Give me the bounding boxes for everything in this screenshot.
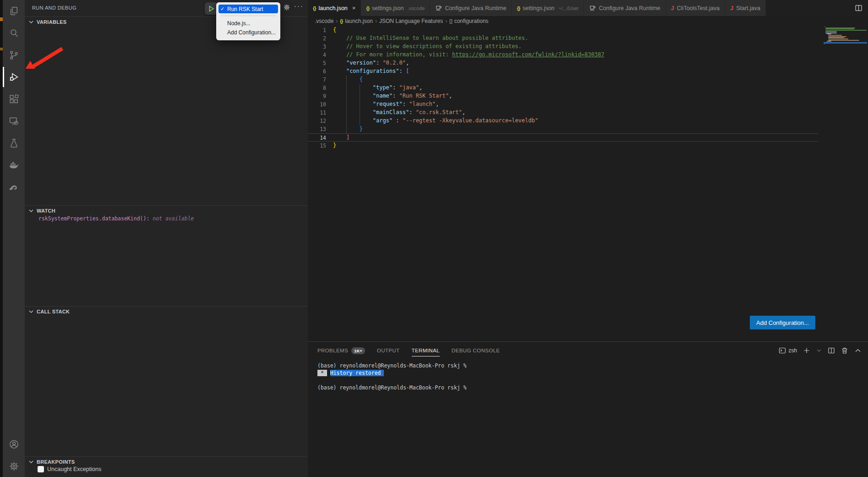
accounts-icon[interactable] (3, 433, 25, 455)
minimap-line (824, 44, 824, 44)
tab-clitoolstest-java[interactable]: JCliToolsTest.java (666, 0, 725, 16)
panel-tab-debug-console[interactable]: DEBUG CONSOLE (452, 342, 500, 359)
tab-settings-json[interactable]: {}settings.json.vscode (361, 0, 430, 16)
search-icon[interactable] (3, 22, 25, 44)
minimap-line (825, 30, 867, 31)
new-terminal-icon[interactable] (803, 347, 810, 354)
breadcrumb-item[interactable]: launch.json (345, 18, 373, 24)
tab-label: launch.json (319, 5, 348, 11)
menu-item-add-configuration-[interactable]: Add Configuration... (216, 28, 280, 37)
panel-tab-terminal[interactable]: TERMINAL (412, 342, 440, 359)
code-line[interactable]: 6 "configurations": [ (308, 67, 819, 76)
tab-label: Configure Java Runtime (599, 5, 660, 11)
launch-config-gear-icon[interactable] (283, 4, 292, 13)
code-line[interactable]: 15} (308, 142, 819, 150)
tab-configure-java-runtime[interactable]: Configure Java Runtime (430, 0, 512, 16)
breadcrumb-separator: › (375, 18, 377, 24)
minimap-line (825, 27, 855, 28)
line-number: 14 (308, 134, 326, 141)
add-configuration-button[interactable]: Add Configuration... (750, 316, 815, 329)
code-line[interactable]: 14 ] (308, 133, 819, 142)
code-line[interactable]: 11 "mainClass": "co.rsk.Start", (308, 109, 819, 117)
code-line[interactable]: 4 // For more information, visit: https:… (308, 51, 819, 59)
close-icon[interactable]: × (352, 5, 356, 11)
code-text: "version": "0.2.0", (333, 59, 409, 67)
json-icon: {} (313, 5, 316, 11)
line-number: 9 (308, 92, 326, 100)
source-control-icon[interactable] (3, 44, 25, 66)
code-line[interactable]: 1{ (308, 26, 819, 34)
code-line[interactable]: 9 "name": "Run RSK Start", (308, 92, 819, 100)
line-number: 8 (308, 84, 326, 92)
breadcrumb-item[interactable]: JSON Language Features (379, 18, 443, 24)
code-line[interactable]: 5 "version": "0.2.0", (308, 59, 819, 67)
explorer-icon[interactable] (3, 0, 25, 22)
code-line[interactable]: 2 // Use IntelliSense to learn about pos… (308, 34, 819, 43)
minimap[interactable] (824, 26, 867, 54)
vscode-window: RUN AND DEBUG ··· VARIABLES WATCH rskSys… (0, 0, 868, 477)
menu-item-node-js-[interactable]: Node.js... (216, 19, 280, 27)
breadcrumb-item[interactable]: configurations (454, 18, 489, 24)
kill-terminal-trash-icon[interactable] (841, 347, 848, 354)
shell-label: zsh (788, 347, 797, 354)
launch-configuration-menu: ✓Run RSK StartNode.js...Add Configuratio… (216, 2, 280, 40)
terminal-dropdown-chevron-icon[interactable] (816, 348, 822, 353)
code-line[interactable]: 3 // Hover to view descriptions of exist… (308, 43, 819, 51)
uncaught-exceptions-checkbox[interactable] (38, 466, 44, 472)
tab-launch-json[interactable]: {}launch.json× (308, 0, 361, 16)
java-file-icon: J (730, 5, 733, 11)
indent-guide (360, 84, 360, 125)
tab-start-java[interactable]: JStart.java (725, 0, 766, 16)
breadcrumb-item[interactable]: .vscode (315, 18, 333, 24)
tab-detail: .vscode (407, 5, 425, 11)
tab-configure-java-runtime[interactable]: Configure Java Runtime (584, 0, 666, 16)
code-line[interactable]: 7 { (308, 76, 819, 84)
watch-expression-row[interactable]: rskSystemProperties.databaseKind(): not … (38, 215, 194, 222)
minimap-line (825, 33, 837, 33)
gradle-icon[interactable] (3, 176, 25, 198)
views-more-actions-icon[interactable]: ··· (294, 2, 304, 10)
terminal-output[interactable]: (base) reynoldmorel@Reynolds-MacBook-Pro… (308, 359, 868, 391)
panel-tab-problems[interactable]: PROBLEMS1K+ (317, 342, 365, 359)
line-number: 1 (308, 26, 326, 34)
chevron-down-icon (27, 458, 35, 466)
line-number: 3 (308, 43, 326, 51)
run-and-debug-icon[interactable] (3, 66, 25, 88)
code-lines: 1{2 // Use IntelliSense to learn about p… (308, 26, 868, 150)
terminal-profile[interactable]: zsh (779, 347, 797, 354)
code-text: // For more information, visit: https://… (333, 51, 604, 59)
code-line[interactable]: 8 "type": "java", (308, 84, 819, 92)
section-watch[interactable]: WATCH (25, 205, 308, 216)
tab-settings-json[interactable]: {}settings.json~/.../User (512, 0, 584, 16)
panel-tab-label: DEBUG CONSOLE (452, 348, 500, 353)
line-number: 5 (308, 59, 326, 67)
minimap-line (825, 31, 837, 32)
panel-tab-output[interactable]: OUTPUT (377, 342, 400, 359)
testing-icon[interactable] (3, 132, 25, 154)
panel-tabs: PROBLEMS1K+OUTPUTTERMINALDEBUG CONSOLE (317, 342, 512, 359)
line-number: 2 (308, 34, 326, 43)
json-icon: {} (340, 19, 343, 24)
start-debugging-play-button[interactable] (205, 2, 217, 15)
code-editor[interactable]: 1{2 // Use IntelliSense to learn about p… (308, 26, 868, 341)
minimap-current-line (824, 42, 867, 44)
tab-label: settings.json (372, 5, 404, 11)
tab-label: settings.json (523, 5, 554, 11)
code-text: "name": "Run RSK Start", (333, 92, 452, 100)
menu-item-run-rsk-start[interactable]: ✓Run RSK Start (218, 5, 278, 13)
code-line[interactable]: 10 "request": "launch", (308, 100, 819, 109)
settings-gear-icon[interactable] (3, 455, 25, 477)
extensions-icon[interactable] (3, 88, 25, 110)
section-label: WATCH (37, 208, 55, 214)
code-line[interactable]: 12 "args" : "--regtest -Xkeyvalue.dataso… (308, 117, 819, 125)
code-line[interactable]: 13 } (308, 125, 819, 133)
remote-explorer-icon[interactable] (3, 110, 25, 132)
split-terminal-icon[interactable] (828, 347, 835, 354)
docker-icon[interactable] (3, 154, 25, 176)
maximize-panel-chevron-icon[interactable] (854, 347, 862, 354)
code-text: } (333, 142, 336, 150)
section-call-stack[interactable]: CALL STACK (25, 306, 308, 317)
section-breakpoints[interactable]: BREAKPOINTS (25, 456, 308, 467)
split-editor-icon[interactable] (855, 0, 868, 16)
problems-count-badge: 1K+ (351, 347, 365, 354)
